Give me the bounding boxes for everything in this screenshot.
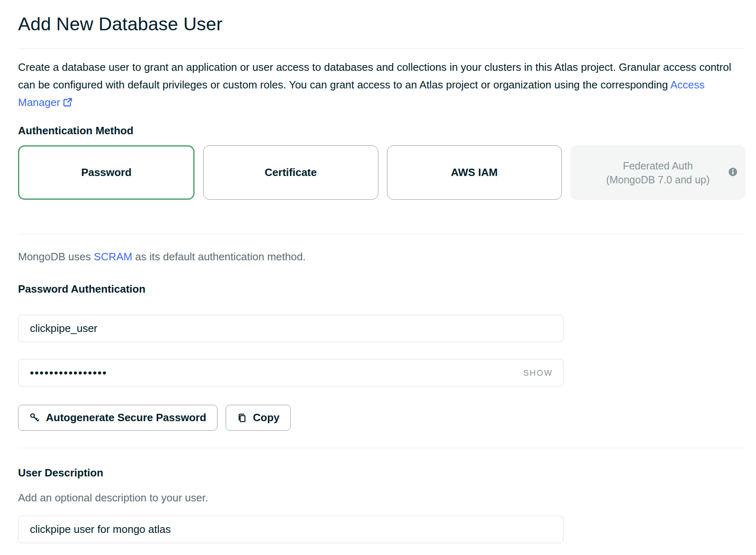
divider <box>18 234 745 234</box>
intro-text: Create a database user to grant an appli… <box>18 61 731 91</box>
auth-option-label-line2: (MongoDB 7.0 and up) <box>606 174 710 185</box>
password-input[interactable] <box>18 359 564 386</box>
auth-option-label: Password <box>81 166 131 179</box>
scram-link[interactable]: SCRAM <box>94 250 132 263</box>
auth-option-label: Certificate <box>265 166 317 179</box>
page-title: Add New Database User <box>18 12 745 36</box>
key-icon <box>29 412 40 423</box>
copy-password-label: Copy <box>253 411 280 424</box>
authentication-method-heading: Authentication Method <box>18 124 745 137</box>
scram-note-after: as its default authentication method. <box>132 250 306 263</box>
auth-option-federated-auth: Federated Auth (MongoDB 7.0 and up) <box>570 145 745 200</box>
divider <box>18 448 745 448</box>
username-input[interactable] <box>18 315 564 342</box>
scram-note-before: MongoDB uses <box>18 250 94 263</box>
user-description-helper: Add an optional description to your user… <box>18 491 745 505</box>
scram-note: MongoDB uses SCRAM as its default authen… <box>18 250 745 264</box>
password-field-wrap: SHOW <box>18 359 564 386</box>
auth-option-certificate[interactable]: Certificate <box>203 145 378 200</box>
auth-option-password[interactable]: Password <box>18 145 195 200</box>
autogenerate-password-button[interactable]: Autogenerate Secure Password <box>18 405 217 431</box>
external-link-icon <box>63 97 72 110</box>
auth-option-label: Federated Auth (MongoDB 7.0 and up) <box>606 159 710 187</box>
auth-option-label-line1: Federated Auth <box>623 160 693 171</box>
add-database-user-form: Add New Database User Create a database … <box>0 12 756 555</box>
user-description-heading: User Description <box>18 466 745 479</box>
info-icon[interactable] <box>728 167 738 178</box>
password-authentication-heading: Password Authentication <box>18 282 745 296</box>
show-password-button[interactable]: SHOW <box>523 368 553 377</box>
copy-icon <box>237 413 247 423</box>
password-actions: Autogenerate Secure Password Copy <box>18 405 745 431</box>
intro-paragraph: Create a database user to grant an appli… <box>18 59 739 113</box>
autogenerate-password-label: Autogenerate Secure Password <box>46 411 206 424</box>
auth-option-aws-iam[interactable]: AWS IAM <box>387 145 562 200</box>
user-description-input[interactable] <box>18 516 564 543</box>
auth-method-options: Password Certificate AWS IAM Federated A… <box>18 145 745 200</box>
copy-password-button[interactable]: Copy <box>226 405 291 431</box>
auth-option-label: AWS IAM <box>451 166 498 179</box>
divider <box>18 48 745 49</box>
